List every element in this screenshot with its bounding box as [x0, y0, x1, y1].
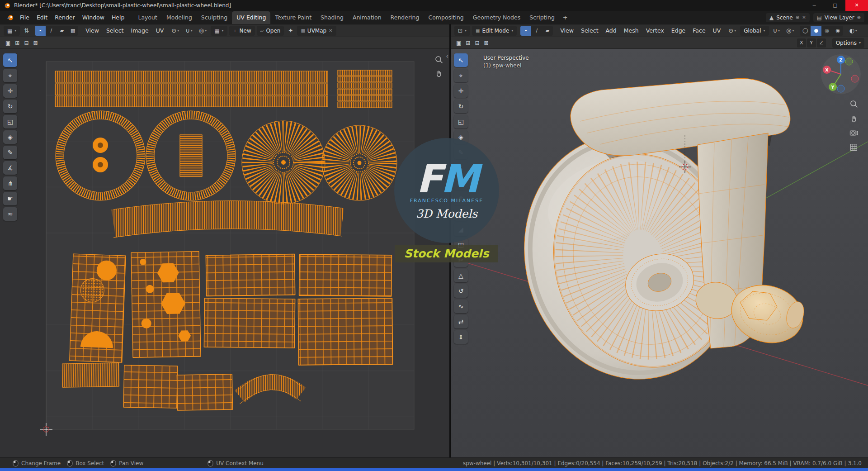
vp-menu-edge[interactable]: Edge	[668, 26, 689, 35]
select-mode-intersect-icon[interactable]: ⊠	[31, 38, 39, 48]
tab-rendering[interactable]: Rendering	[386, 11, 424, 24]
extrude-region-tool[interactable]: ⇧	[454, 192, 468, 205]
maximize-button[interactable]: ▢	[825, 0, 845, 11]
region-collapse-icon[interactable]: ‹	[446, 52, 448, 60]
vp-menu-add[interactable]: Add	[602, 26, 620, 35]
axis-y-button[interactable]: Y	[807, 38, 816, 48]
tab-compositing[interactable]: Compositing	[424, 11, 468, 24]
pan-hand-icon[interactable]	[849, 114, 858, 123]
menu-help[interactable]: Help	[108, 13, 128, 22]
vp-menu-mesh[interactable]: Mesh	[620, 26, 642, 35]
uv-menu-uv[interactable]: UV	[152, 26, 168, 35]
zoom-icon[interactable]	[434, 55, 443, 64]
close-icon[interactable]: ✕	[329, 28, 332, 33]
x-axis-negative-ball[interactable]	[851, 75, 859, 82]
mode-dropdown[interactable]: ▦Edit Mode▾	[472, 26, 517, 36]
annotate-tool[interactable]: ✎	[454, 146, 468, 159]
uv-island-select-button[interactable]: ▩	[67, 26, 78, 36]
cursor-tool[interactable]: ⌖	[454, 69, 468, 82]
vp-menu-face[interactable]: Face	[689, 26, 709, 35]
zoom-icon[interactable]	[849, 100, 858, 108]
close-button[interactable]: ✕	[845, 0, 868, 11]
rendered-shading-button[interactable]: ◉	[832, 26, 843, 36]
vp-menu-vertex[interactable]: Vertex	[642, 26, 668, 35]
vertex-select-button[interactable]: •	[520, 26, 531, 36]
pivot-point-button[interactable]: ⊙▾	[169, 26, 181, 36]
select-mode-new-icon[interactable]: ▣	[454, 38, 463, 48]
wireframe-shading-button[interactable]: ◯	[800, 26, 811, 36]
orthographic-grid-icon[interactable]	[849, 143, 858, 152]
pivot-point-button[interactable]: ⊙▾	[726, 26, 738, 36]
overlays-toggle[interactable]: ◐▾	[847, 26, 859, 36]
tweak-tool[interactable]: ↖	[3, 53, 17, 67]
viewport-canvas[interactable]	[451, 49, 868, 457]
options-button[interactable]: Options▾	[832, 38, 864, 48]
smooth-tool[interactable]: ∿	[454, 300, 468, 313]
tweak-tool[interactable]: ↖	[454, 53, 468, 67]
measure-tool[interactable]: ∡	[454, 161, 468, 175]
tab-modeling[interactable]: Modeling	[162, 11, 197, 24]
transform-tool[interactable]: ◈	[454, 130, 468, 144]
tab-layout[interactable]: Layout	[133, 11, 162, 24]
uv-canvas[interactable]	[0, 49, 449, 457]
spin-tool[interactable]: ↺	[454, 284, 468, 298]
scale-tool[interactable]: ◱	[454, 115, 468, 128]
y-axis-negative-ball[interactable]	[845, 58, 853, 65]
add-workspace-button[interactable]: +	[559, 12, 571, 23]
menu-edit[interactable]: Edit	[33, 13, 51, 22]
tab-geometry-nodes[interactable]: Geometry Nodes	[468, 11, 525, 24]
camera-view-icon[interactable]	[849, 128, 858, 137]
grab-tool[interactable]: ☛	[3, 192, 17, 205]
inset-faces-tool[interactable]: ▣	[454, 207, 468, 221]
uv-menu-view[interactable]: View	[82, 26, 103, 35]
snap-magnet-toggle[interactable]: ∪▾	[183, 26, 195, 36]
tab-sculpting[interactable]: Sculpting	[197, 11, 232, 24]
shrink-fatten-tool[interactable]: ⇕	[454, 330, 468, 344]
menu-file[interactable]: File	[16, 13, 33, 22]
tab-texture-paint[interactable]: Texture Paint	[270, 11, 316, 24]
add-cube-tool[interactable]: ⊞	[454, 176, 468, 190]
select-mode-subtract-icon[interactable]: ⊟	[22, 38, 30, 48]
bevel-tool[interactable]: ◢	[454, 223, 468, 236]
pin-icon-button[interactable]: ✦	[286, 26, 295, 36]
select-mode-extend-icon[interactable]: ⊞	[13, 38, 21, 48]
edge-select-button[interactable]: ∕	[531, 26, 542, 36]
open-image-button[interactable]: ▱Open	[257, 26, 284, 36]
uv-sync-selection-toggle[interactable]: ⇅	[22, 26, 31, 36]
proportional-editing-toggle[interactable]: ◎▾	[784, 26, 796, 36]
move-tool[interactable]: ✛	[454, 84, 468, 98]
select-mode-intersect-icon[interactable]: ⊠	[482, 38, 490, 48]
rotate-tool[interactable]: ↻	[454, 100, 468, 113]
axis-z-button[interactable]: Z	[817, 38, 826, 48]
annotate-tool[interactable]: ✎	[3, 146, 17, 159]
tab-animation[interactable]: Animation	[348, 11, 386, 24]
select-mode-subtract-icon[interactable]: ⊟	[473, 38, 481, 48]
measure-tool[interactable]: ∡	[3, 161, 17, 175]
select-mode-new-icon[interactable]: ▣	[4, 38, 12, 48]
solid-shading-button[interactable]: ●	[811, 26, 821, 36]
snap-magnet-toggle[interactable]: ∪▾	[771, 26, 783, 36]
blender-menu-button[interactable]	[4, 14, 16, 21]
new-image-button[interactable]: ＋New	[229, 26, 255, 36]
uv-map-selector[interactable]: ▩ UVMap ✕	[297, 26, 336, 36]
tab-uv-editing[interactable]: UV Editing	[232, 11, 270, 24]
scale-tool[interactable]: ◱	[3, 115, 17, 128]
rip-region-tool[interactable]: ⋔	[3, 176, 17, 190]
axis-x-button[interactable]: X	[797, 38, 806, 48]
transform-orientation-dropdown[interactable]: Global▾	[740, 26, 769, 36]
move-tool[interactable]: ✛	[3, 84, 17, 98]
vp-menu-select[interactable]: Select	[577, 26, 602, 35]
editor-type-button[interactable]: ▦▾	[4, 26, 20, 36]
edge-slide-tool[interactable]: ⇄	[454, 315, 468, 328]
tab-scripting[interactable]: Scripting	[525, 11, 559, 24]
new-view-layer-icon[interactable]: ⊕	[857, 15, 861, 20]
navigation-gizmo[interactable]: Z X Y	[820, 53, 862, 97]
loop-cut-tool[interactable]: ◫	[454, 238, 468, 252]
poly-build-tool[interactable]: △	[454, 269, 468, 282]
view-layer-selector[interactable]: ▤ View Layer ⊕	[813, 13, 864, 22]
vp-menu-view[interactable]: View	[557, 26, 577, 35]
vp-menu-uv[interactable]: UV	[709, 26, 725, 35]
knife-tool[interactable]: ✂	[454, 253, 468, 267]
uv-vertex-select-button[interactable]: •	[35, 26, 46, 36]
relax-tool[interactable]: ≈	[3, 207, 17, 221]
